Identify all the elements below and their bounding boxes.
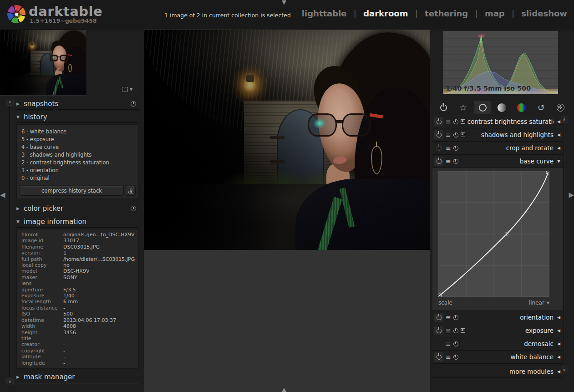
more-modules-label[interactable]: more modules bbox=[509, 368, 554, 375]
section-label[interactable]: snapshots bbox=[24, 100, 131, 108]
presets-icon[interactable]: ≡ bbox=[446, 132, 451, 138]
presets-icon[interactable]: ≡ bbox=[446, 341, 451, 347]
view-map[interactable]: map bbox=[485, 9, 505, 18]
image-information-header[interactable]: ▼ image information bbox=[16, 216, 139, 228]
module-power-button[interactable] bbox=[434, 326, 443, 335]
scroll-up-icon[interactable]: ∧ bbox=[561, 116, 568, 123]
base-curve-editor[interactable] bbox=[438, 171, 549, 297]
reset-icon[interactable] bbox=[453, 119, 458, 124]
multi-instance-icon[interactable] bbox=[461, 132, 465, 137]
presets-icon[interactable]: ≡ bbox=[446, 327, 451, 334]
view-darkroom[interactable]: darkroom bbox=[363, 9, 408, 18]
correction-group-button[interactable]: ↺ bbox=[533, 101, 549, 114]
history-item[interactable]: 1 - orientation bbox=[20, 167, 136, 174]
right-scrollbar[interactable]: ∧ ∨ bbox=[560, 116, 568, 373]
favorites-group-button[interactable]: ☆ bbox=[455, 101, 471, 114]
edited-image[interactable] bbox=[144, 30, 430, 250]
collapse-right-panel-arrow[interactable]: ▶ bbox=[569, 191, 574, 199]
more-modules-row[interactable]: more modules ◀ bbox=[432, 365, 563, 378]
module-power-button[interactable] bbox=[434, 130, 443, 139]
history-item[interactable]: 2 - contrast brightness saturation bbox=[20, 159, 136, 167]
module-label[interactable]: exposure bbox=[467, 327, 554, 334]
expand-bottom-panel-arrow[interactable]: ▲ bbox=[282, 386, 286, 392]
section-label[interactable]: history bbox=[24, 113, 139, 121]
mask-manager-header[interactable]: ▶ mask manager bbox=[16, 372, 139, 383]
presets-icon[interactable]: ≡ bbox=[446, 118, 451, 125]
histogram[interactable]: 1/40 f/3.5 5mm iso 500 bbox=[443, 31, 558, 94]
module-label[interactable]: contrast brightness saturation bbox=[467, 118, 554, 125]
history-item[interactable]: 6 - white balance bbox=[20, 128, 136, 136]
section-label[interactable]: mask manager bbox=[24, 373, 139, 381]
section-label[interactable]: image information bbox=[24, 218, 139, 226]
history-item[interactable]: 3 - shadows and highlights bbox=[20, 151, 136, 159]
collapse-left-panel-arrow[interactable]: ◀ bbox=[0, 191, 5, 199]
effect-group-button[interactable] bbox=[552, 101, 569, 114]
module-power-button[interactable] bbox=[434, 313, 443, 322]
presets-icon[interactable]: ≡ bbox=[446, 314, 451, 321]
module-label[interactable]: crop and rotate bbox=[461, 144, 554, 152]
expander-arrow-icon[interactable]: ▶ bbox=[16, 375, 24, 379]
color-picker-header[interactable]: ▶ color picker bbox=[16, 203, 139, 214]
module-label[interactable]: base curve bbox=[461, 158, 554, 165]
expander-arrow-icon[interactable]: ▼ bbox=[16, 219, 24, 224]
reset-icon[interactable] bbox=[453, 341, 458, 346]
right-scrollbar-track[interactable] bbox=[564, 124, 565, 365]
module-power-button[interactable] bbox=[434, 143, 443, 153]
navigation-thumbnail[interactable] bbox=[0, 30, 86, 95]
color-picker-reset-icon[interactable] bbox=[131, 206, 136, 211]
history-header[interactable]: ▼ history bbox=[16, 111, 139, 123]
reset-icon[interactable] bbox=[453, 315, 458, 320]
compress-history-stack-button[interactable]: compress history stack bbox=[20, 186, 124, 196]
presets-icon[interactable]: ≡ bbox=[446, 145, 451, 151]
history-item[interactable]: 4 - base curve bbox=[20, 143, 136, 151]
expander-arrow-icon[interactable]: ▶ bbox=[16, 206, 24, 211]
view-tethering[interactable]: tethering bbox=[425, 9, 468, 18]
display-mode-icon[interactable] bbox=[122, 87, 128, 92]
module-label[interactable]: demosaic bbox=[461, 340, 554, 347]
left-scrollbar-track[interactable] bbox=[9, 107, 10, 377]
view-switcher: lighttable | darkroom | tethering | map … bbox=[302, 9, 567, 18]
scroll-up-icon[interactable]: ∧ bbox=[6, 99, 14, 106]
basic-group-button[interactable] bbox=[474, 101, 491, 114]
expander-arrow-icon[interactable]: ▼ bbox=[16, 115, 24, 119]
tone-group-button[interactable] bbox=[494, 101, 510, 114]
reset-icon[interactable] bbox=[453, 132, 458, 137]
chevron-down-icon[interactable]: ▼ bbox=[547, 301, 549, 305]
history-item[interactable]: 5 - exposure bbox=[20, 136, 136, 143]
active-modules-group-button[interactable] bbox=[435, 101, 452, 114]
module-label[interactable]: shadows and highlights bbox=[467, 131, 554, 138]
thumbnail-dropdown-arrow[interactable]: ▼ bbox=[130, 87, 132, 92]
create-style-button[interactable] bbox=[126, 186, 136, 196]
reset-icon[interactable] bbox=[453, 355, 458, 360]
info-row: filmroll originals-gen…to_DSC-HX9V bbox=[21, 232, 138, 238]
module-power-button[interactable] bbox=[434, 352, 443, 361]
curve-mode-dropdown[interactable]: linear bbox=[529, 300, 544, 306]
histogram-plot bbox=[443, 31, 558, 94]
expander-arrow-icon[interactable]: ▶ bbox=[16, 102, 24, 106]
module-label[interactable]: orientation bbox=[461, 314, 554, 321]
reset-icon[interactable] bbox=[453, 146, 458, 151]
view-slideshow[interactable]: slideshow bbox=[521, 9, 567, 18]
presets-icon[interactable]: ≡ bbox=[446, 158, 451, 164]
section-label[interactable]: color picker bbox=[24, 204, 131, 213]
reset-icon[interactable] bbox=[453, 328, 458, 333]
snapshots-header[interactable]: ▶ snapshots bbox=[16, 98, 139, 110]
multi-instance-icon[interactable] bbox=[461, 328, 465, 333]
scroll-down-icon[interactable]: ∨ bbox=[561, 367, 568, 373]
left-scrollbar[interactable]: ∧ ∨ bbox=[6, 99, 14, 385]
info-label: filename bbox=[21, 244, 63, 250]
presets-icon[interactable]: ≡ bbox=[446, 354, 451, 360]
reset-icon[interactable] bbox=[453, 159, 458, 164]
collapse-top-panel-arrow[interactable]: ▼ bbox=[282, 0, 286, 5]
view-lighttable[interactable]: lighttable bbox=[302, 9, 347, 18]
module-power-button[interactable] bbox=[434, 157, 443, 166]
module-row: ≡ shadows and highlights ◀ bbox=[432, 128, 563, 142]
history-item[interactable]: 0 - original bbox=[20, 174, 136, 182]
multi-instance-icon[interactable] bbox=[461, 119, 465, 124]
darkroom-canvas[interactable] bbox=[144, 30, 430, 392]
module-power-button[interactable] bbox=[434, 117, 443, 126]
scroll-down-icon[interactable]: ∨ bbox=[6, 378, 14, 385]
color-group-button[interactable] bbox=[513, 101, 530, 114]
snapshots-reset-icon[interactable] bbox=[131, 101, 136, 107]
module-label[interactable]: white balance bbox=[461, 353, 554, 361]
